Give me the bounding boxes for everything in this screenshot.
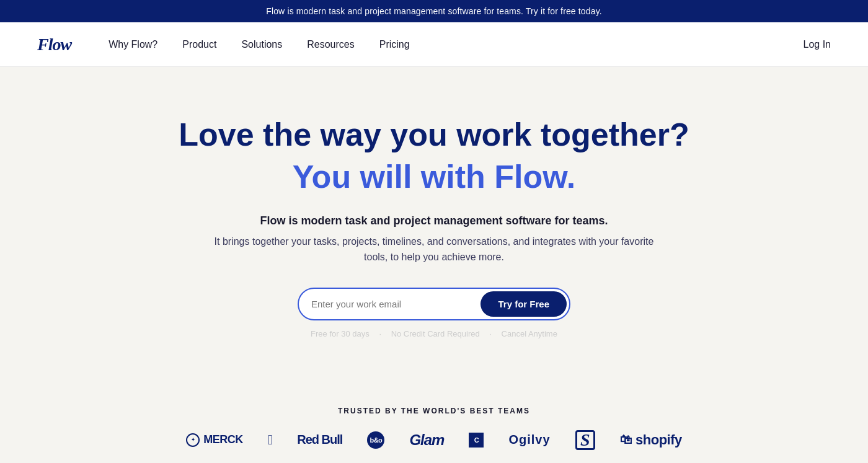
try-for-free-button[interactable]: Try for Free <box>480 291 567 317</box>
redbull-label: Red Bull <box>297 433 342 447</box>
logo-glam: Glam <box>409 431 444 449</box>
hero-section: Love the way you work together? You will… <box>0 67 868 400</box>
logo-shopify: 🛍 shopify <box>620 432 682 448</box>
ogilvy-label: Ogilvy <box>508 433 550 447</box>
email-input[interactable] <box>311 299 480 309</box>
nav-why-flow[interactable]: Why Flow? <box>108 39 157 50</box>
scribd-icon: S <box>575 430 595 450</box>
bo-icon: b&o <box>367 431 384 449</box>
logo[interactable]: Flow <box>37 35 71 55</box>
note-separator-2: · <box>489 329 492 338</box>
email-form: Try for Free <box>12 288 856 320</box>
logo-bo: b&o <box>367 431 384 449</box>
form-note: Free for 30 days · No Credit Card Requir… <box>12 329 856 338</box>
logos-row: ✦ MERCK  Red Bull b&o Glam C Ogilvy S 🛍… <box>12 430 856 450</box>
apple-icon:  <box>268 432 273 448</box>
hero-title-blue: You will with Flow. <box>12 159 856 196</box>
nav-resources[interactable]: Resources <box>307 39 354 50</box>
trusted-section: TRUSTED BY THE WORLD'S BEST TEAMS ✦ MERC… <box>0 400 868 463</box>
shopify-label: shopify <box>636 432 682 448</box>
note-free: Free for 30 days <box>311 329 370 338</box>
shopify-icon: 🛍 <box>620 433 632 447</box>
glam-label: Glam <box>409 431 444 449</box>
hero-subtitle-bold: Flow is modern task and project manageme… <box>12 214 856 227</box>
top-banner: Flow is modern task and project manageme… <box>0 0 868 22</box>
nav-solutions[interactable]: Solutions <box>241 39 282 50</box>
nav-links: Why Flow? Product Solutions Resources Pr… <box>108 39 803 50</box>
merck-icon: ✦ <box>186 433 200 447</box>
logo-ogilvy: Ogilvy <box>508 433 550 447</box>
note-cancel: Cancel Anytime <box>502 329 557 338</box>
note-no-card: No Credit Card Required <box>391 329 480 338</box>
hero-subtitle-text: It brings together your tasks, projects,… <box>211 234 657 265</box>
trusted-label: TRUSTED BY THE WORLD'S BEST TEAMS <box>12 407 856 415</box>
logo-merck: ✦ MERCK <box>186 433 243 447</box>
navbar: Flow Why Flow? Product Solutions Resourc… <box>0 22 868 67</box>
merck-label: MERCK <box>203 433 243 446</box>
note-separator-1: · <box>379 329 381 338</box>
hero-title-dark: Love the way you work together? <box>12 117 856 154</box>
logo-scribd: S <box>575 430 595 450</box>
nav-product[interactable]: Product <box>182 39 216 50</box>
email-input-wrap: Try for Free <box>298 288 570 320</box>
logo-redbull: Red Bull <box>297 433 342 447</box>
logo-carhartt: C <box>469 433 484 448</box>
carhartt-icon: C <box>469 433 484 448</box>
banner-text: Flow is modern task and project manageme… <box>266 6 602 16</box>
logo-apple:  <box>268 432 273 448</box>
login-link[interactable]: Log In <box>804 39 831 50</box>
nav-pricing[interactable]: Pricing <box>379 39 410 50</box>
